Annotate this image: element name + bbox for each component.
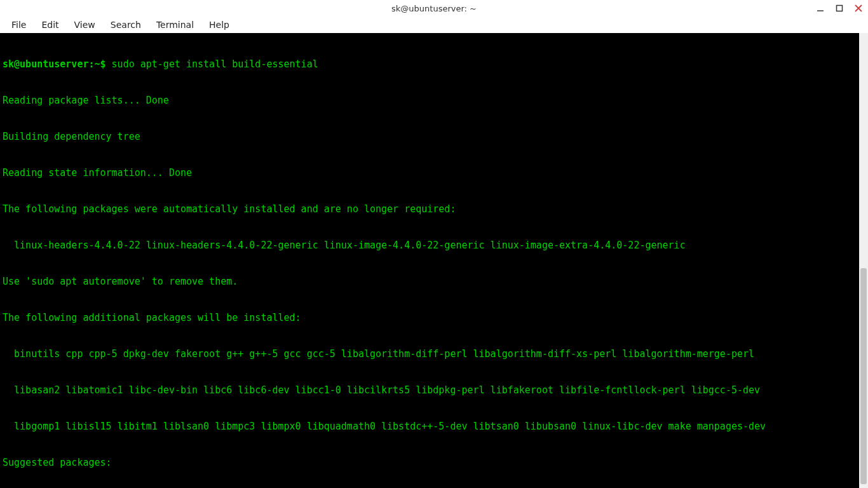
menu-edit[interactable]: Edit (35, 18, 65, 31)
scrollbar-thumb[interactable] (860, 268, 867, 484)
menu-view[interactable]: View (68, 18, 102, 31)
menu-search[interactable]: Search (104, 18, 147, 31)
shell-command: sudo apt-get install build-essential (112, 58, 318, 70)
terminal-line: sk@ubuntuserver:~$ sudo apt-get install … (3, 58, 865, 71)
terminal-line: libgomp1 libisl15 libitm1 liblsan0 libmp… (3, 421, 865, 433)
terminal-line: Reading state information... Done (3, 167, 865, 179)
terminal-line: The following additional packages will b… (3, 312, 865, 324)
svg-rect-1 (837, 6, 843, 11)
terminal-line: Use 'sudo apt autoremove' to remove them… (3, 276, 865, 288)
window-controls (815, 0, 864, 17)
close-icon[interactable] (853, 3, 864, 14)
shell-prompt: sk@ubuntuserver:~$ (3, 58, 112, 70)
terminal-line: Building dependency tree (3, 131, 865, 143)
scrollbar-track[interactable] (859, 33, 868, 488)
terminal-line: Reading package lists... Done (3, 95, 865, 107)
menu-help[interactable]: Help (203, 18, 236, 31)
terminal-viewport[interactable]: sk@ubuntuserver:~$ sudo apt-get install … (0, 33, 868, 488)
maximize-icon[interactable] (834, 3, 845, 14)
terminal-line: Suggested packages: (3, 457, 865, 469)
menubar: File Edit View Search Terminal Help (0, 17, 868, 33)
menu-file[interactable]: File (5, 18, 32, 31)
terminal-line: binutils cpp cpp-5 dpkg-dev fakeroot g++… (3, 348, 865, 360)
terminal-line: The following packages were automaticall… (3, 203, 865, 215)
window-titlebar: sk@ubuntuserver: ~ (0, 0, 868, 17)
window-title: sk@ubuntuserver: ~ (391, 4, 477, 13)
minimize-icon[interactable] (815, 3, 826, 14)
terminal-line: libasan2 libatomic1 libc-dev-bin libc6 l… (3, 384, 865, 396)
terminal-line: linux-headers-4.4.0-22 linux-headers-4.4… (3, 240, 865, 252)
menu-terminal[interactable]: Terminal (150, 18, 200, 31)
